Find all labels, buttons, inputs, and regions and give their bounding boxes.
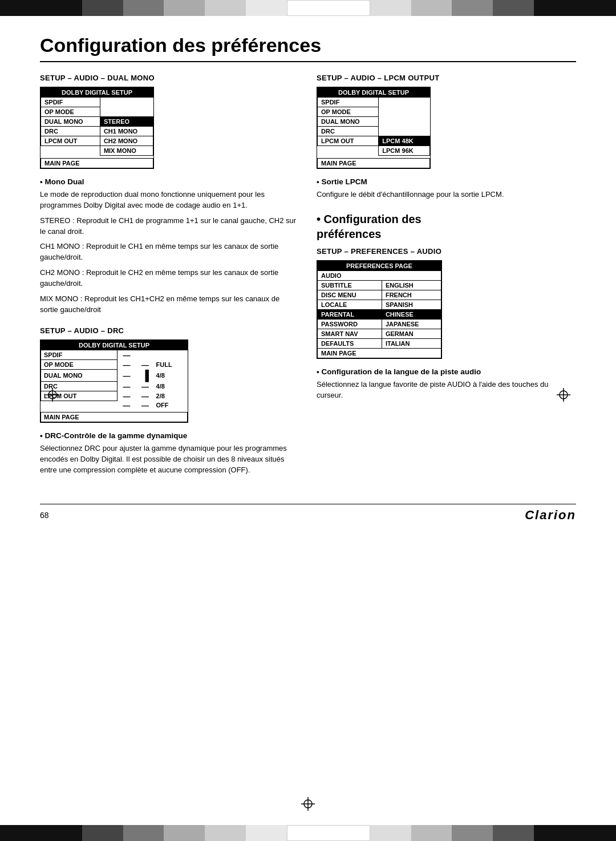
pref-row: DEFAULTSITALIAN: [318, 338, 441, 348]
drc-header: DOLBY DIGITAL SETUP: [41, 341, 188, 350]
dual-mono-body-4: CH2 MONO : Reproduit le CH2 en même temp…: [40, 268, 299, 289]
dual-mono-body-3: CH1 MONO : Reproduit le CH1 en même temp…: [40, 241, 299, 263]
pref-audio-body: Sélectionnez la langue favorite de piste…: [317, 379, 576, 401]
lpcm-bullet: Sortie LPCM: [317, 177, 576, 186]
table-footer-row: MAIN PAGE: [41, 159, 153, 168]
dual-mono-body-5: MIX MONO : Reproduit les CH1+CH2 en même…: [40, 294, 299, 316]
drc-row: DUAL MONO — ▐ 4/8: [41, 370, 188, 382]
drc-body: Sélectionnez DRC pour ajuster la gamme d…: [40, 443, 299, 476]
pref-header: PREFERENCES PAGE: [318, 261, 441, 270]
crosshair-right-mid: [557, 388, 570, 403]
table-row: OP MODE: [318, 107, 430, 117]
table-row: DRC: [318, 127, 430, 136]
table-row: LPCM OUTCH2 MONO: [41, 136, 153, 146]
table-row: SPDIF: [41, 98, 153, 107]
table-row: DUAL MONO STEREO: [41, 117, 153, 127]
drc-row: — — OFF: [41, 401, 188, 410]
page-title: Configuration des préférences: [40, 34, 576, 62]
drc-footer-row: MAIN PAGE: [41, 412, 188, 422]
table-row: OP MODE: [41, 107, 153, 117]
pref-row: PASSWORDJAPANESE: [318, 319, 441, 329]
table-row: DRCCH1 MONO: [41, 127, 153, 136]
crosshair-bottom-center: [301, 797, 315, 812]
brand-name: Clarion: [525, 508, 576, 523]
table-row: SPDIF: [318, 98, 430, 107]
crosshair-left-mid: [46, 388, 59, 403]
color-bar-top: [0, 0, 616, 16]
lpcm-body: Configure le débit d'échantillonnage pou…: [317, 189, 576, 200]
pref-row: LOCALESPANISH: [318, 300, 441, 309]
color-bar-bottom: [0, 825, 616, 841]
pref-header-row: PREFERENCES PAGE: [318, 261, 441, 270]
left-column: SETUP – AUDIO – DUAL MONO DOLBY DIGITAL …: [40, 74, 299, 487]
table-header: DOLBY DIGITAL SETUP: [41, 88, 153, 98]
drc-row: DRC — — 4/8: [41, 382, 188, 391]
pref-row: SMART NAVGERMAN: [318, 329, 441, 338]
lpcm-title: SETUP – AUDIO – LPCM OUTPUT: [317, 74, 576, 82]
dual-mono-table: DOLBY DIGITAL SETUP SPDIF OP MODE DUAL M…: [40, 87, 154, 169]
drc-header-row: DOLBY DIGITAL SETUP: [41, 341, 188, 350]
table-row: LPCM 96K: [318, 146, 430, 156]
table-header-row: DOLBY DIGITAL SETUP: [41, 88, 153, 98]
config-pref-heading: Configuration despréférences: [317, 212, 576, 241]
lpcm-header: DOLBY DIGITAL SETUP: [318, 88, 430, 98]
drc-row: SPDIF —: [41, 350, 188, 360]
right-column: SETUP – AUDIO – LPCM OUTPUT DOLBY DIGITA…: [317, 74, 576, 487]
table-row: DUAL MONO: [318, 117, 430, 127]
pref-audio-bullet: Configuration de la langue de la piste a…: [317, 367, 576, 376]
pref-row-chinese: PARENTAL CHINESE: [318, 309, 441, 319]
page-footer: 68 Clarion: [40, 504, 576, 523]
section-lpcm: SETUP – AUDIO – LPCM OUTPUT DOLBY DIGITA…: [317, 74, 576, 200]
drc-row: OP MODE — — FULL: [41, 360, 188, 370]
lpcm-table: DOLBY DIGITAL SETUP SPDIF OP MODE DUAL M…: [317, 87, 431, 169]
pref-audio-table: PREFERENCES PAGE AUDIO SUBTITLEENGLISH D…: [317, 260, 442, 359]
dual-mono-body-1: Le mode de reproduction dual mono foncti…: [40, 189, 299, 211]
lpcm-header-row: DOLBY DIGITAL SETUP: [318, 88, 430, 98]
pref-row: DISC MENUFRENCH: [318, 290, 441, 300]
drc-table: DOLBY DIGITAL SETUP SPDIF — OP MODE — — …: [40, 339, 188, 423]
dual-mono-bullet: Mono Dual: [40, 177, 299, 186]
table-row: MIX MONO: [41, 146, 153, 156]
section-preferences-audio: SETUP – PREFERENCES – AUDIO PREFERENCES …: [317, 247, 576, 401]
main-content: SETUP – AUDIO – DUAL MONO DOLBY DIGITAL …: [40, 74, 576, 487]
dual-mono-title: SETUP – AUDIO – DUAL MONO: [40, 74, 299, 82]
section-dual-mono: SETUP – AUDIO – DUAL MONO DOLBY DIGITAL …: [40, 74, 299, 315]
drc-title: SETUP – AUDIO – DRC: [40, 326, 299, 335]
table-footer-row: MAIN PAGE: [318, 159, 430, 168]
section-drc: SETUP – AUDIO – DRC DOLBY DIGITAL SETUP …: [40, 326, 299, 475]
drc-row: LPCM OUT — — 2/8: [41, 391, 188, 401]
drc-bullet: DRC-Contrôle de la gamme dynamique: [40, 431, 299, 440]
pref-audio-title: SETUP – PREFERENCES – AUDIO: [317, 247, 576, 256]
pref-row: AUDIO: [318, 270, 441, 280]
dual-mono-body-2: STEREO : Reproduit le CH1 de programme 1…: [40, 216, 299, 237]
pref-row: SUBTITLEENGLISH: [318, 280, 441, 290]
page-number: 68: [40, 511, 49, 520]
pref-footer-row: MAIN PAGE: [318, 348, 441, 358]
table-row: LPCM OUT LPCM 48K: [318, 136, 430, 146]
